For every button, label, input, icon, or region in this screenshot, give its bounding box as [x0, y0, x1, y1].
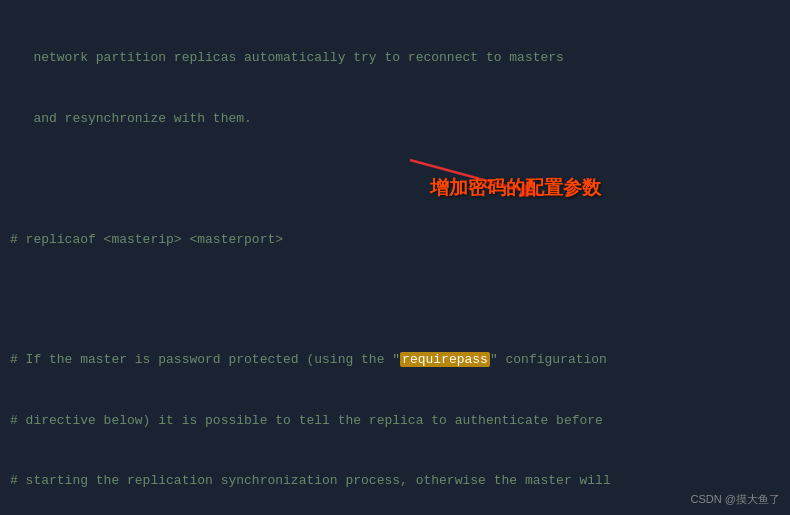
line-7: # directive below) it is possible to tel…: [10, 411, 780, 431]
line-8: # starting the replication synchronizati…: [10, 471, 780, 491]
line-4: # replicaof <masterip> <masterport>: [10, 230, 780, 250]
line-6: # If the master is password protected (u…: [10, 350, 780, 370]
watermark: CSDN @摸大鱼了: [691, 492, 780, 507]
code-editor: network partition replicas automatically…: [0, 0, 790, 515]
line-3: [10, 169, 780, 189]
line-5: [10, 290, 780, 310]
requirepass-highlight: requirepass: [400, 352, 490, 367]
line-1: network partition replicas automatically…: [10, 48, 780, 68]
line-2: and resynchronize with them.: [10, 109, 780, 129]
annotation-label: 增加密码的配置参数: [430, 175, 601, 201]
